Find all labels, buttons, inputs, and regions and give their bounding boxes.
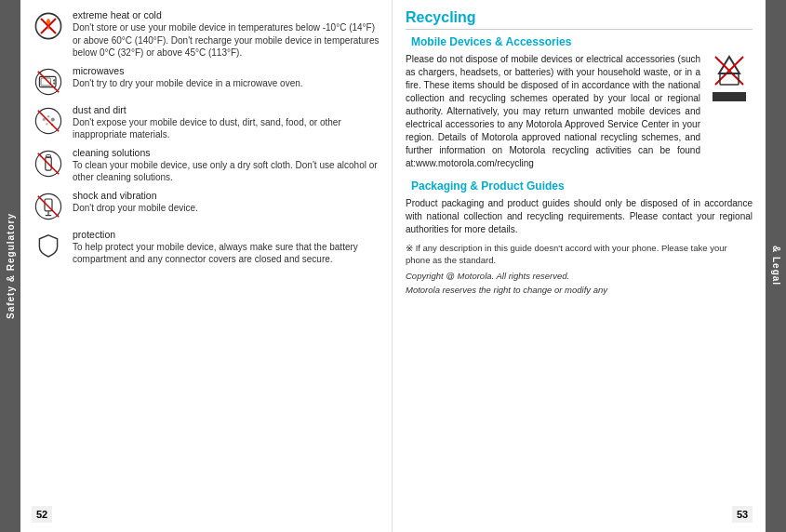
- thermometer-icon: [32, 9, 65, 43]
- item-title: dust and dirt: [73, 104, 380, 115]
- svg-point-6: [53, 79, 55, 81]
- svg-point-13: [46, 123, 47, 125]
- item-text-dust: dust and dirt Don't expose your mobile d…: [73, 104, 380, 141]
- dust-icon: [32, 104, 65, 138]
- packaging-section-text: Product packaging and product guides sho…: [406, 197, 753, 236]
- page-number-right: 53: [732, 506, 753, 523]
- item-desc: Don't expose your mobile device to dust,…: [73, 116, 380, 141]
- copyright-text: Copyright @ Motorola. All rights reserve…: [406, 270, 753, 282]
- svg-line-19: [38, 153, 59, 173]
- item-text-heat: extreme heat or cold Don't store or use …: [73, 9, 380, 60]
- svg-rect-28: [720, 73, 739, 85]
- cleaning-icon: [32, 147, 65, 180]
- list-item: microwaves Don't try to dry your mobile …: [32, 65, 380, 99]
- item-title: protection: [73, 229, 380, 240]
- item-text-protection: protection To help protect your mobile d…: [73, 229, 380, 266]
- left-page: extreme heat or cold Don't store or use …: [20, 0, 393, 532]
- svg-point-12: [51, 117, 55, 121]
- list-item: protection To help protect your mobile d…: [32, 229, 380, 266]
- left-sidebar-tab: Safety & Regulatory: [0, 0, 20, 532]
- left-tab-label: Safety & Regulatory: [6, 213, 16, 319]
- item-title: extreme heat or cold: [73, 9, 380, 20]
- item-text-shock: shock and vibration Don't drop your mobi…: [73, 190, 380, 215]
- item-desc: Don't drop your mobile device.: [73, 202, 380, 215]
- shock-icon: [32, 190, 65, 223]
- svg-point-11: [47, 115, 49, 117]
- svg-line-15: [38, 110, 59, 130]
- item-text-cleaning: cleaning solutions To clean your mobile …: [73, 147, 380, 184]
- item-desc: To clean your mobile device, use only a …: [73, 159, 380, 184]
- mobile-section-text: Please do not dispose of mobile devices …: [406, 53, 700, 170]
- list-item: extreme heat or cold Don't store or use …: [32, 9, 380, 60]
- note-text: ※ If any description in this guide doesn…: [406, 242, 753, 267]
- crossed-bin-icon: [712, 53, 747, 88]
- item-title: microwaves: [73, 65, 380, 76]
- svg-rect-18: [47, 154, 51, 157]
- list-item: shock and vibration Don't drop your mobi…: [32, 190, 380, 223]
- footer-text: Motorola reserves the right to change or…: [406, 284, 753, 296]
- item-desc: Don't try to dry your mobile device in a…: [73, 77, 380, 90]
- recycle-icon-area: [706, 53, 753, 176]
- svg-point-7: [53, 82, 55, 84]
- right-tab-label: & Legal: [771, 246, 781, 286]
- black-bar: [713, 92, 746, 101]
- item-desc: To help protect your mobile device, alwa…: [73, 241, 380, 266]
- right-page: Recycling Mobile Devices & Accessories P…: [393, 0, 766, 532]
- microwave-icon: [32, 65, 65, 99]
- item-title: shock and vibration: [73, 190, 380, 201]
- mobile-section-title: Mobile Devices & Accessories: [406, 35, 753, 48]
- mobile-section-content: Please do not dispose of mobile devices …: [406, 53, 753, 176]
- list-item: cleaning solutions To clean your mobile …: [32, 147, 380, 184]
- packaging-section-title: Packaging & Product Guides: [406, 180, 753, 193]
- right-sidebar-tab: & Legal: [766, 0, 786, 532]
- list-item: dust and dirt Don't expose your mobile d…: [32, 104, 380, 141]
- item-text-microwave: microwaves Don't try to dry your mobile …: [73, 65, 380, 90]
- main-content: extreme heat or cold Don't store or use …: [20, 0, 766, 532]
- shield-icon: [32, 229, 65, 262]
- item-title: cleaning solutions: [73, 147, 380, 158]
- recycling-heading: Recycling: [406, 9, 753, 30]
- page-number-left: 52: [32, 506, 52, 523]
- item-desc: Don't store or use your mobile device in…: [73, 21, 380, 60]
